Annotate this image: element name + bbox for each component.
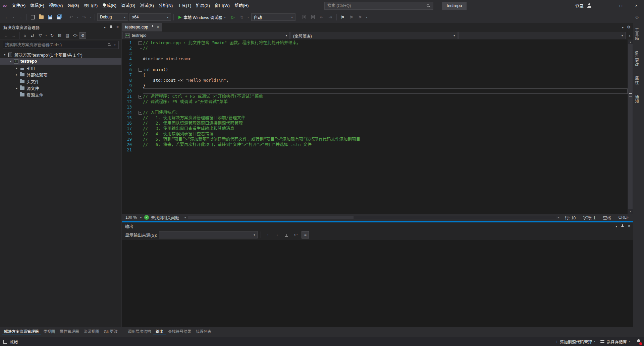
tree-expander-icon[interactable]: ▾ (8, 60, 13, 63)
close-panel-icon[interactable]: × (116, 25, 119, 29)
solution-configuration-combo[interactable]: Debug ▾ (97, 13, 128, 21)
zoom-combo[interactable]: 100 % ▾ (123, 215, 144, 220)
previous-bookmark-icon[interactable]: ⚑ (348, 13, 355, 21)
scroll-right-icon[interactable]: ▸ (556, 216, 561, 219)
code-line[interactable]: 16// 2. 使用团队资源管理器窗口连接到源代码管理 (122, 121, 628, 126)
panel-tab[interactable]: Git 更改 (102, 327, 120, 335)
toolbar-overflow-icon[interactable]: ▾ (365, 16, 368, 19)
undo-icon[interactable]: ↶ (67, 13, 75, 21)
user-account-icon[interactable] (587, 3, 592, 8)
panel-tab[interactable]: 输出 (153, 327, 166, 335)
scroll-down-icon[interactable]: ▾ (628, 209, 633, 214)
menubar-item[interactable]: 生成(B) (100, 0, 119, 11)
code-line[interactable]: 4#include <iostream> (122, 56, 628, 62)
output-source-combo[interactable]: ▾ (159, 231, 258, 238)
auto-hide-tab[interactable]: 通知 (633, 94, 640, 104)
tree-expander-icon[interactable]: ▸ (14, 86, 19, 90)
solution-name-badge[interactable]: testrepo (442, 2, 467, 10)
auto-hide-tab[interactable]: 属性 (633, 76, 640, 85)
column-indicator[interactable]: 字符: 1 (579, 215, 599, 220)
quick-search-input[interactable] (327, 3, 426, 8)
code-line[interactable]: 9} (122, 83, 628, 88)
menubar-item[interactable]: 视图(V) (47, 0, 65, 11)
code-line[interactable]: 17// 3. 使用输出窗口查看生成输出和其他消息 (122, 126, 628, 131)
next-message-icon[interactable]: ↓ (273, 231, 281, 238)
add-to-source-control-button[interactable]: ↑ 添加到源代码管理 ▴ (556, 339, 595, 345)
output-content[interactable] (122, 240, 633, 327)
toggle-bookmark-icon[interactable]: ⚑ (339, 13, 346, 21)
panel-tab[interactable]: 查找符号结果 (166, 327, 194, 335)
solution-platform-combo[interactable]: x64 ▾ (129, 13, 171, 21)
scroll-left-icon[interactable]: ◂ (182, 216, 188, 219)
fold-toggle-icon[interactable] (139, 68, 142, 72)
window-position-icon[interactable]: ▾ (104, 25, 106, 29)
panel-tab[interactable]: 解决方案资源管理器 (2, 327, 41, 335)
navigate-forward-icon[interactable]: → (16, 13, 24, 21)
toggle-word-wrap-icon[interactable]: ↩ (292, 231, 300, 238)
clear-all-output-icon[interactable] (283, 231, 290, 238)
tree-expander-icon[interactable]: ▾ (2, 53, 7, 56)
home-icon[interactable]: ⌂ (21, 32, 28, 39)
solution-search-input[interactable] (5, 43, 105, 47)
previous-message-icon[interactable]: ↑ (264, 231, 271, 238)
select-repository-button[interactable]: 选择存储库 ▴ (600, 339, 630, 345)
output-panel-header[interactable]: 输出 ▾ × (122, 222, 633, 230)
new-project-icon[interactable] (29, 13, 36, 21)
sync-with-active-document-icon[interactable]: ⇄ (29, 32, 36, 39)
editor-options-icon[interactable]: ⚙ (627, 25, 631, 29)
panel-tab[interactable]: 资源视图 (82, 327, 102, 335)
pin-icon[interactable] (621, 224, 625, 228)
code-line[interactable]: 19// 5. 转到“项目”>“添加新项”以创建新的代码文件，或转到“项目”>“… (122, 137, 628, 142)
close-button[interactable]: × (629, 0, 644, 11)
code-line[interactable]: 6int main() (122, 67, 628, 72)
menubar-item[interactable]: 测试(S) (138, 0, 156, 11)
hot-reload-icon[interactable]: ↯ (238, 13, 246, 21)
code-line[interactable]: 18// 4. 使用错误列表窗口查看错误 (122, 131, 628, 137)
menubar-item[interactable]: 分析(N) (156, 0, 175, 11)
properties-icon[interactable]: ⚙ (79, 32, 86, 39)
tree-item[interactable]: ▸引用 (0, 65, 121, 71)
panel-tab[interactable]: 调用层次结构 (125, 327, 153, 335)
show-all-files-icon[interactable]: ▤ (64, 32, 71, 39)
horizontal-scrollbar[interactable]: ◂ ▸ (182, 215, 561, 220)
next-bookmark-icon[interactable]: ⚑ (357, 13, 364, 21)
tree-item[interactable]: ▾解决方案"testrepo"(1 个项目/共 1 个) (0, 51, 121, 58)
code-line[interactable]: 8 std::cout << "Hello World!\n"; (122, 78, 628, 83)
start-without-debugging-icon[interactable]: ▷ (229, 13, 237, 21)
spaces-indicator[interactable]: 空格 (599, 215, 615, 220)
redo-icon[interactable]: ↷ (80, 13, 88, 21)
save-icon[interactable] (46, 13, 54, 21)
line-ending-indicator[interactable]: CRLF (615, 215, 633, 220)
quick-search-box[interactable] (324, 2, 433, 10)
code-line[interactable]: 21 (122, 147, 628, 153)
code-line[interactable]: 7{ (122, 72, 628, 78)
code-line[interactable]: 20// 6. 将来，若要再次打开此项目，请转到“文件”>“打开”>“项目”并选… (122, 142, 628, 147)
solution-search-box[interactable]: ▾ (3, 41, 119, 49)
code-line[interactable]: 15// 1. 使用解决方案资源管理器窗口添加/管理文件 (122, 115, 628, 121)
navbar-expand-icon[interactable]: ▴ (626, 32, 633, 39)
fold-toggle-icon[interactable] (139, 41, 142, 45)
comment-selection-icon[interactable] (301, 13, 308, 21)
search-options-icon[interactable]: ▾ (113, 44, 116, 47)
explorer-forward-icon[interactable]: → (10, 32, 17, 39)
tree-item[interactable]: 头文件 (0, 78, 121, 85)
maximize-button[interactable]: □ (613, 0, 629, 11)
refresh-icon[interactable]: ↻ (49, 32, 55, 39)
collapse-all-icon[interactable]: ⊟ (56, 32, 63, 39)
minimize-button[interactable]: ─ (598, 0, 613, 11)
pin-tab-icon[interactable] (151, 24, 155, 30)
code-line[interactable]: 5 (122, 62, 628, 67)
tree-item[interactable]: ▸源文件 (0, 85, 121, 91)
decrease-indent-icon[interactable]: ⇤ (318, 13, 325, 21)
menubar-item[interactable]: 调试(D) (119, 0, 138, 11)
menubar-item[interactable]: 工具(T) (175, 0, 194, 11)
scope-dropdown[interactable]: (全局范围) ▾ (290, 32, 458, 39)
code-line[interactable]: 3 (122, 51, 628, 56)
code-line[interactable]: 11// 运行程序: Ctrl + F5 或调试 >“开始执行(不调试)”菜单 (122, 94, 628, 99)
close-panel-icon[interactable]: × (628, 224, 630, 228)
tree-expander-icon[interactable]: ▸ (14, 66, 19, 70)
pin-icon[interactable] (109, 25, 113, 29)
pending-changes-filter-icon[interactable]: ▽ (37, 32, 44, 39)
vertical-scrollbar[interactable]: ▴ ▾ (628, 40, 633, 214)
menubar-item[interactable]: Git(G) (65, 0, 81, 11)
